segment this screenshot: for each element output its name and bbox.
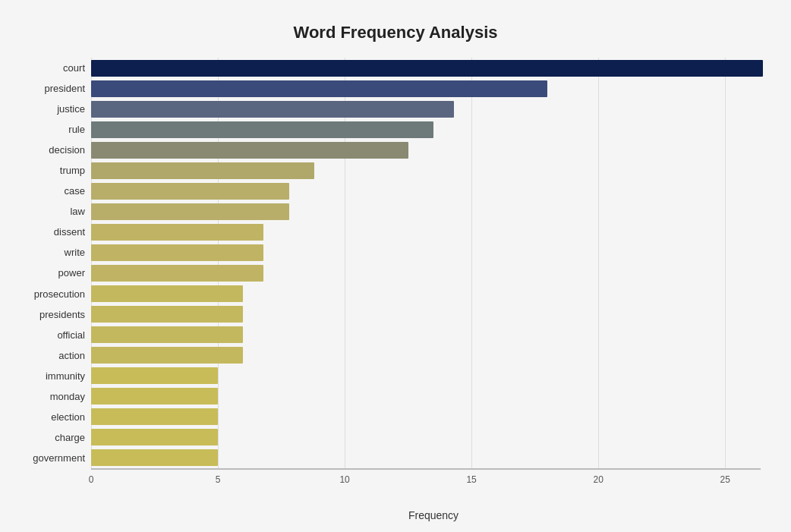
x-tick-label-0: 0 <box>89 474 94 485</box>
bar-row-election <box>91 407 776 427</box>
x-tick-label-10: 10 <box>339 474 349 485</box>
y-label-action: action <box>15 345 85 366</box>
y-label-presidents: presidents <box>15 304 85 325</box>
y-label-monday: monday <box>15 386 85 407</box>
bar-government <box>91 449 218 466</box>
x-labels-row: 0510152025 <box>91 470 776 488</box>
bar-rule <box>91 121 433 138</box>
bar-president <box>91 80 547 97</box>
y-label-government: government <box>15 448 85 468</box>
y-label-prosecution: prosecution <box>15 284 85 304</box>
x-axis-title: Frequency <box>91 509 776 521</box>
x-tick-label-15: 15 <box>466 474 476 485</box>
y-label-official: official <box>15 325 85 345</box>
bottom-section: 0510152025 Frequency <box>15 468 776 521</box>
y-label-dissent: dissent <box>15 222 85 242</box>
bar-trump <box>91 162 314 179</box>
y-label-write: write <box>15 242 85 263</box>
y-labels: courtpresidentjusticeruledecisiontrumpca… <box>15 58 91 468</box>
bar-court <box>91 60 763 77</box>
y-label-election: election <box>15 407 85 427</box>
x-tick-label-25: 25 <box>720 474 730 485</box>
y-label-case: case <box>15 181 85 201</box>
bar-row-rule <box>91 120 776 140</box>
y-label-president: president <box>15 78 85 99</box>
y-label-court: court <box>15 58 85 78</box>
bar-row-case <box>91 181 776 201</box>
bar-row-court <box>91 58 776 78</box>
bar-row-trump <box>91 161 776 181</box>
chart-area: courtpresidentjusticeruledecisiontrumpca… <box>15 58 776 468</box>
bar-case <box>91 183 289 200</box>
bar-decision <box>91 142 408 159</box>
bar-charge <box>91 429 218 445</box>
bar-write <box>91 244 263 261</box>
bar-dissent <box>91 224 263 241</box>
y-label-power: power <box>15 263 85 283</box>
bar-presidents <box>91 306 243 323</box>
bar-justice <box>91 101 454 118</box>
bar-law <box>91 203 289 220</box>
bar-row-president <box>91 79 776 99</box>
y-label-trump: trump <box>15 160 85 181</box>
y-label-justice: justice <box>15 99 85 119</box>
bars-area <box>91 58 776 468</box>
x-tick-label-20: 20 <box>593 474 603 485</box>
bar-official <box>91 326 243 343</box>
bar-row-charge <box>91 427 776 447</box>
chart-container: Word Frequency Analysis courtpresidentju… <box>0 0 791 532</box>
bar-row-government <box>91 448 776 467</box>
y-label-charge: charge <box>15 427 85 448</box>
bar-row-immunity <box>91 366 776 386</box>
bar-row-power <box>91 263 776 283</box>
x-tick-label-5: 5 <box>216 474 221 485</box>
y-label-law: law <box>15 201 85 222</box>
bar-row-official <box>91 325 776 345</box>
bar-row-justice <box>91 99 776 119</box>
y-label-immunity: immunity <box>15 366 85 386</box>
y-label-rule: rule <box>15 119 85 140</box>
bar-row-prosecution <box>91 284 776 304</box>
bar-action <box>91 347 243 364</box>
bar-immunity <box>91 367 218 384</box>
bar-row-dissent <box>91 222 776 242</box>
bar-row-action <box>91 345 776 365</box>
bar-power <box>91 265 263 282</box>
bar-row-law <box>91 202 776 222</box>
bar-row-presidents <box>91 304 776 324</box>
bar-row-write <box>91 243 776 263</box>
y-label-decision: decision <box>15 140 85 160</box>
bar-prosecution <box>91 285 243 302</box>
bar-election <box>91 408 218 425</box>
bar-row-decision <box>91 140 776 160</box>
bar-monday <box>91 388 218 405</box>
bar-row-monday <box>91 386 776 406</box>
chart-title: Word Frequency Analysis <box>15 15 776 42</box>
